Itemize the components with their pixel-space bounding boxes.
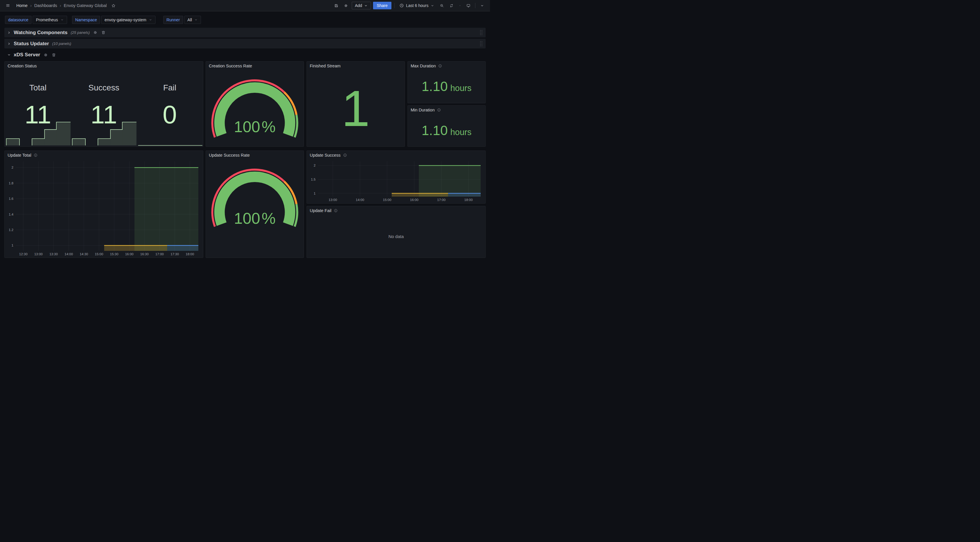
panel-title[interactable]: Finished Stream [307,62,404,70]
monitor-icon [466,3,471,8]
row-title[interactable]: xDS Server [14,52,40,58]
gauge-chart [206,72,304,147]
chevron-down-icon [480,3,484,8]
panel-title[interactable]: Update Success Rate [206,151,304,159]
row-xds-server[interactable]: xDS Server [5,50,485,59]
collapse-nav-button[interactable] [478,2,486,10]
stat-total: Total 11 [5,70,71,146]
panel-update-success: Update Success 11.5213:0014:0015:0016:00… [307,150,485,204]
variable-datasource-picker[interactable]: Prometheus [33,16,67,24]
panel-title[interactable]: Max Duration [408,62,485,70]
row-delete-button[interactable] [100,30,106,35]
svg-text:15:00: 15:00 [95,252,103,256]
svg-text:14:30: 14:30 [80,252,88,256]
svg-text:1.6: 1.6 [9,197,13,201]
zoom-out-time-button[interactable] [438,2,445,10]
svg-text:2: 2 [314,164,316,167]
panel-creation-status: Creation Status Total 11 Success 11 Fail… [5,61,203,147]
dashboard-settings-button[interactable] [342,2,350,10]
chevron-down-icon [7,53,11,57]
panel-update-total: Update Total 11.21.41.61.8212:3013:0013:… [5,150,203,258]
svg-text:13:00: 13:00 [34,252,43,256]
refresh-interval-dropdown[interactable] [457,2,463,10]
stat-value: 1.10 [422,78,448,94]
panel-title-text: Max Duration [410,64,436,68]
row-drag-handle[interactable] [479,29,483,36]
grafana-dashboard-page: Home › Dashboards › Envoy Gateway Global… [0,0,490,271]
info-icon[interactable] [343,153,347,157]
creation-status-stats: Total 11 Success 11 Fail 0 [5,70,203,146]
svg-text:15:00: 15:00 [383,198,391,202]
row-title[interactable]: Watching Components [14,30,67,36]
svg-text:1.2: 1.2 [9,228,13,232]
top-nav: Home › Dashboards › Envoy Gateway Global… [0,0,490,11]
time-series-chart[interactable]: 11.21.41.61.8212:3013:0013:3014:0014:301… [7,159,200,256]
variable-datasource-value: Prometheus [36,18,58,22]
gear-icon [344,3,348,8]
variable-namespace-value: envoy-gateway-system [104,18,146,22]
info-icon[interactable] [438,64,442,68]
add-button-label: Add [355,3,362,8]
variable-runner-value: All [188,18,192,22]
add-button[interactable]: Add [352,2,371,10]
panel-title[interactable]: Min Duration [408,105,485,114]
stat-unit: hours [450,83,472,93]
kiosk-mode-button[interactable] [465,2,472,10]
panel-title[interactable]: Creation Success Rate [206,62,304,70]
svg-text:1: 1 [314,192,316,195]
svg-text:18:00: 18:00 [186,252,194,256]
panel-title[interactable]: Update Fail [307,206,485,215]
time-series-chart[interactable]: 11.5213:0014:0015:0016:0017:0018:00 [309,159,482,202]
row-watching-components[interactable]: Watching Components (25 panels) [5,28,485,37]
svg-text:13:00: 13:00 [329,198,337,202]
panel-min-duration: Min Duration 1.10 hours [407,105,485,147]
info-icon[interactable] [33,153,38,157]
zoom-out-icon [440,3,444,8]
stat-success: Success 11 [71,70,137,146]
breadcrumb: Home › Dashboards › Envoy Gateway Global [16,3,107,8]
time-range-picker[interactable]: Last 6 hours [398,2,436,10]
info-icon[interactable] [437,108,441,112]
gear-icon [43,53,48,57]
stat-value-group: 1.10 hours [408,123,485,138]
panel-title-text: Update Success Rate [209,153,250,158]
row-settings-button[interactable] [43,52,48,58]
favorite-star-button[interactable] [110,2,117,10]
refresh-button[interactable] [448,2,455,10]
info-icon[interactable] [334,209,338,213]
nav-actions: Add Share Last 6 hours [332,2,486,10]
stat-label: Success [71,83,137,92]
variable-runner-picker[interactable]: All [185,16,201,24]
trash-icon [52,53,56,57]
time-range-label: Last 6 hours [406,3,428,8]
svg-text:2: 2 [12,166,13,169]
sparkline-success [71,121,137,146]
panel-creation-success-rate: Creation Success Rate 100 % [205,61,304,147]
svg-text:16:30: 16:30 [140,252,149,256]
variable-datasource: datasource Prometheus [5,16,67,24]
panel-update-fail: Update Fail No data [307,206,485,258]
panel-title[interactable]: Creation Status [5,62,203,70]
breadcrumb-home-link[interactable]: Home [16,3,28,8]
panel-title-text: Update Total [8,153,31,158]
chevron-right-icon [7,42,11,46]
grip-icon [479,29,483,36]
panel-title[interactable]: Update Total [5,151,203,159]
variable-namespace-picker[interactable]: envoy-gateway-system [101,16,155,24]
hamburger-menu-button[interactable] [4,2,12,10]
star-icon [111,3,116,8]
row-delete-button[interactable] [51,52,57,58]
panel-update-success-rate: Update Success Rate 100 % [205,150,304,258]
clock-icon [399,3,404,8]
row-settings-button[interactable] [92,30,98,35]
row-status-updater[interactable]: Status Updater (10 panels) [5,39,485,48]
share-button[interactable]: Share [373,2,391,10]
chevron-down-icon [149,18,152,22]
svg-text:1.4: 1.4 [9,213,14,216]
row-title[interactable]: Status Updater [14,41,49,47]
row-drag-handle[interactable] [479,41,483,47]
gauge-value-unit: % [262,209,275,227]
save-dashboard-button[interactable] [332,2,340,10]
panel-title[interactable]: Update Success [307,151,485,159]
breadcrumb-dashboards-link[interactable]: Dashboards [34,3,57,8]
